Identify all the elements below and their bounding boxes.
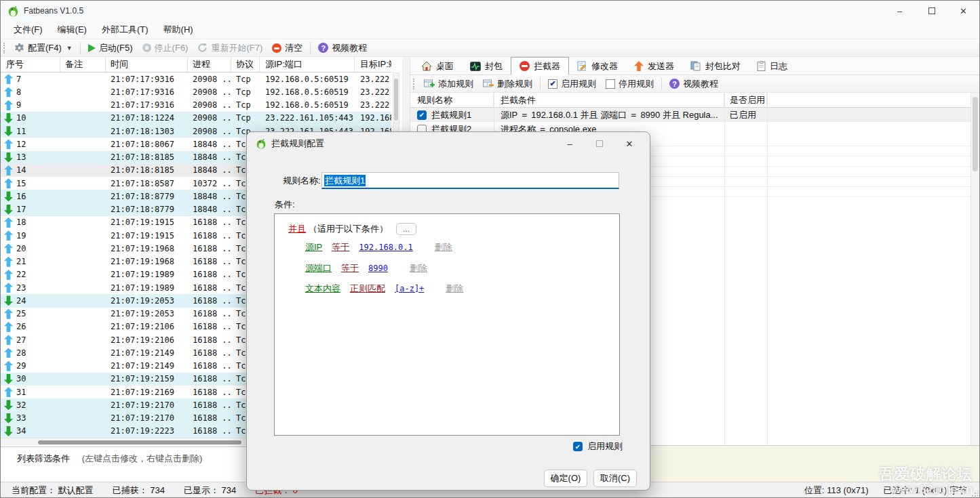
cell-process: 18848 ... — [188, 192, 231, 201]
seq-text: 31 — [16, 388, 26, 397]
header-dst[interactable]: 目标IP:端 — [355, 57, 391, 72]
packet-row[interactable]: 821:07:17:931620908 ...Tcp192.168.0.5:60… — [1, 85, 391, 98]
dialog-title: 拦截规则配置 — [271, 138, 324, 150]
enable-rule-button[interactable]: ✔ 启用规则 — [543, 77, 601, 91]
header-protocol[interactable]: 协议 — [231, 57, 260, 72]
menu-help[interactable]: 帮助(H) — [156, 21, 201, 39]
add-rule-button[interactable]: 添加规则 — [419, 77, 478, 91]
condition-op-link[interactable]: 等于 — [341, 262, 359, 274]
condition-value-link[interactable]: 192.168.0.1 — [359, 243, 412, 252]
restart-button[interactable]: 重新开始(F7) — [193, 41, 267, 56]
video-tutorial-label: 视频教程 — [332, 42, 367, 54]
edit-page-icon — [577, 61, 587, 71]
upload-arrow-icon — [4, 335, 13, 345]
header-time[interactable]: 时间 — [106, 57, 188, 72]
tab-sender[interactable]: 发送器 — [626, 58, 682, 75]
header-note[interactable]: 备注 — [60, 57, 106, 72]
right-tab-bar: 桌面 封包 拦截器 修改器 发送器 封包比对 — [410, 57, 979, 75]
cell-seq: 10 — [1, 113, 60, 123]
download-arrow-icon — [4, 152, 13, 163]
stop-label: 停止(F6) — [155, 42, 189, 54]
close-button[interactable]: ✕ — [947, 1, 979, 21]
maximize-button[interactable] — [916, 1, 947, 21]
disable-rule-button[interactable]: 停用规则 — [601, 77, 659, 91]
resize-grip[interactable] — [971, 491, 978, 497]
scrollbar-thumb[interactable] — [38, 440, 241, 444]
header-process[interactable]: 进程 — [188, 57, 231, 72]
cell-dst: 23.222.16 — [355, 87, 391, 97]
condition-delete-link[interactable]: 删除 — [410, 262, 427, 274]
upload-arrow-icon — [4, 348, 13, 358]
enable-rule-checkbox[interactable]: ✔ 启用规则 — [573, 440, 623, 453]
menu-edit[interactable]: 编辑(E) — [50, 21, 94, 39]
minimize-button[interactable]: – — [884, 1, 916, 21]
rules-vertical-scrollbar[interactable] — [971, 93, 979, 445]
question-icon: ? — [669, 79, 680, 89]
checked-checkbox-icon[interactable]: ✔ — [417, 110, 427, 120]
stop-button[interactable]: 停止(F6) — [138, 41, 193, 56]
unchecked-checkbox-icon — [606, 79, 615, 89]
tab-modifier[interactable]: 修改器 — [569, 58, 626, 75]
operator-link[interactable]: 并且 — [288, 223, 306, 235]
seq-text: 20 — [16, 244, 26, 253]
rule-name-input[interactable]: 拦截规则1 — [321, 172, 619, 189]
menu-file[interactable]: 文件(F) — [6, 21, 50, 39]
upload-arrow-icon — [4, 165, 13, 175]
tab-desktop[interactable]: 桌面 — [413, 58, 462, 75]
cell-seq: 34 — [1, 426, 60, 436]
condition-delete-link[interactable]: 删除 — [435, 241, 452, 253]
menu-external-tools[interactable]: 外部工具(T) — [94, 21, 156, 39]
config-button[interactable]: 配置(F4) ▼ — [9, 41, 77, 56]
header-rule-enabled[interactable]: 是否启用 — [724, 93, 767, 107]
condition-value-link[interactable]: [a-z]+ — [395, 284, 424, 293]
header-rule-name[interactable]: 规则名称 — [410, 93, 494, 107]
start-button[interactable]: 启动(F5) — [83, 41, 138, 56]
main-toolbar: 配置(F4) ▼ 启动(F5) 停止(F6) 重新开始(F7) 清空 ? 视频教… — [1, 39, 979, 57]
cell-seq: 32 — [1, 400, 60, 410]
packet-row[interactable]: 921:07:17:931620908 ...Tcp192.168.0.5:60… — [1, 99, 391, 112]
packet-row[interactable]: 721:07:17:931620908 ...Tcp192.168.0.5:60… — [1, 72, 391, 85]
condition-field-link[interactable]: 源IP — [305, 241, 322, 253]
condition-field-link[interactable]: 源端口 — [305, 262, 332, 274]
seq-text: 18 — [16, 217, 26, 227]
tab-interceptor[interactable]: 拦截器 — [511, 57, 569, 75]
status-position: 位置: 113 (0x71) — [804, 484, 868, 497]
dialog-close-button[interactable]: ✕ — [614, 132, 644, 155]
dialog-minimize-button[interactable]: – — [555, 132, 585, 155]
tab-packet-compare[interactable]: 封包比对 — [682, 58, 749, 75]
more-button[interactable]: ... — [396, 223, 416, 235]
cell-seq: 23 — [1, 283, 60, 293]
cell-seq: 9 — [1, 100, 60, 110]
header-src[interactable]: 源IP:端口 — [260, 57, 355, 72]
scrollbar-thumb[interactable] — [973, 97, 978, 171]
header-seq[interactable]: 序号 — [1, 57, 60, 72]
restart-label: 重新开始(F7) — [211, 42, 262, 54]
tab-packets[interactable]: 封包 — [462, 58, 511, 75]
seq-text: 8 — [16, 87, 21, 97]
cell-time: 21:07:19:2170 — [106, 400, 188, 410]
cell-process: 16188 ... — [188, 388, 231, 397]
condition-op-link[interactable]: 正则匹配 — [350, 283, 385, 295]
cell-seq: 13 — [1, 152, 60, 163]
tab-log[interactable]: 日志 — [749, 58, 796, 75]
cell-process: 16188 ... — [188, 426, 231, 436]
condition-field-link[interactable]: 文本内容 — [305, 283, 340, 295]
header-rule-condition[interactable]: 拦截条件 — [494, 93, 724, 107]
cell-seq: 19 — [1, 230, 60, 241]
packet-row[interactable]: 1021:07:18:122420908 ...Tcp23.222.161.10… — [1, 112, 391, 125]
cancel-button[interactable]: 取消(C) — [593, 470, 637, 487]
condition-delete-link[interactable]: 删除 — [446, 283, 463, 295]
seq-text: 19 — [16, 231, 26, 241]
condition-op-link[interactable]: 等于 — [332, 241, 349, 253]
cell-src: 192.168.0.5:60519 — [260, 100, 355, 110]
condition-value-link[interactable]: 8990 — [368, 264, 388, 273]
video-tutorial-button[interactable]: ? 视频教程 — [313, 41, 372, 56]
question-icon: ? — [318, 43, 328, 53]
dialog-maximize-button[interactable] — [585, 132, 614, 155]
rules-video-button[interactable]: ? 视频教程 — [665, 77, 723, 91]
ok-button[interactable]: 确定(O) — [544, 470, 587, 487]
clear-button[interactable]: 清空 — [267, 41, 307, 56]
remove-rule-button[interactable]: 删除规则 — [478, 77, 537, 91]
cell-seq: 27 — [1, 335, 60, 345]
scrollbar-thumb[interactable] — [394, 79, 398, 121]
